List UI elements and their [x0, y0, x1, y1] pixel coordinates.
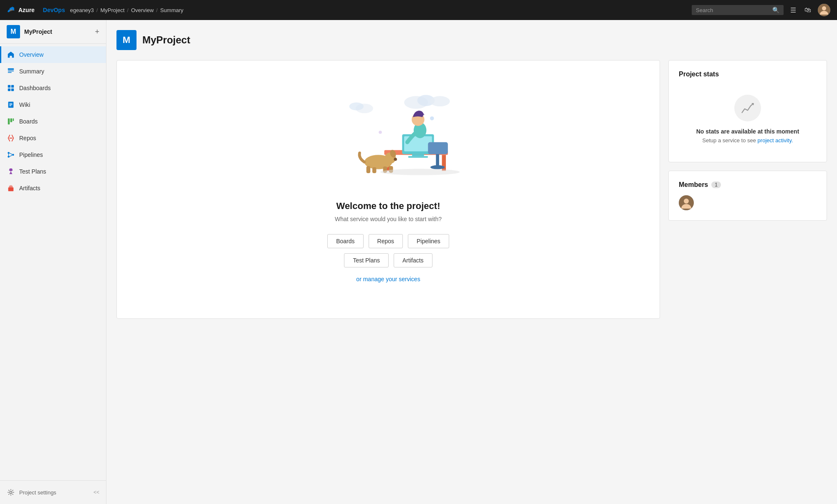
sidebar-item-artifacts[interactable]: Artifacts — [0, 180, 106, 197]
svg-rect-11 — [9, 106, 11, 106]
svg-rect-38 — [408, 156, 428, 158]
artifacts-icon — [7, 184, 15, 192]
svg-point-51 — [394, 158, 397, 161]
stats-chart-icon — [740, 101, 755, 116]
sidebar-item-dashboards[interactable]: Dashboards — [0, 80, 106, 96]
welcome-illustration — [305, 74, 472, 191]
service-buttons-row2: Test Plans Artifacts — [344, 253, 432, 267]
sidebar-item-repos[interactable]: Repos — [0, 130, 106, 146]
sidebar-wiki-label: Wiki — [19, 101, 30, 108]
svg-point-16 — [8, 156, 10, 158]
welcome-subtitle: What service would you like to start wit… — [335, 216, 442, 222]
breadcrumb-sep-3: / — [156, 7, 158, 13]
svg-rect-7 — [8, 88, 10, 91]
pipelines-icon — [7, 151, 15, 159]
svg-rect-21 — [8, 187, 14, 191]
sidebar-header: M MyProject + — [0, 20, 106, 44]
sidebar-repos-label: Repos — [19, 135, 36, 141]
testplans-service-button[interactable]: Test Plans — [344, 253, 389, 267]
repos-service-button[interactable]: Repos — [369, 234, 403, 248]
svg-rect-4 — [8, 72, 12, 73]
sidebar-add-button[interactable]: + — [95, 28, 99, 35]
sidebar-boards-label: Boards — [19, 118, 38, 125]
sidebar-nav: Overview Summary — [0, 44, 106, 480]
members-title: Members — [679, 181, 708, 189]
sidebar-item-testplans[interactable]: Test Plans — [0, 163, 106, 180]
sidebar-footer: Project settings << — [0, 480, 106, 504]
svg-rect-9 — [9, 103, 12, 103]
boards-icon — [7, 117, 15, 126]
logo-azure-text: Azure — [18, 7, 35, 13]
manage-services-link[interactable]: or manage your services — [356, 276, 420, 282]
svg-rect-40 — [436, 154, 439, 166]
member-avatar-1[interactable] — [679, 195, 694, 210]
sidebar-item-boards[interactable]: Boards — [0, 113, 106, 130]
breadcrumb-overview[interactable]: Overview — [131, 7, 154, 13]
svg-rect-12 — [8, 118, 10, 124]
breadcrumb-org[interactable]: egeaney3 — [70, 7, 94, 13]
stats-icon-circle — [734, 95, 761, 121]
svg-point-1 — [822, 6, 826, 10]
topnav-right: 🔍 ☰ 🛍 — [692, 4, 830, 16]
overview-icon — [7, 50, 15, 59]
svg-rect-3 — [8, 71, 14, 71]
svg-rect-6 — [11, 85, 14, 88]
search-icon: 🔍 — [772, 7, 779, 13]
repos-icon — [7, 134, 15, 142]
svg-point-52 — [380, 169, 460, 175]
sidebar-artifacts-label: Artifacts — [19, 185, 40, 192]
svg-rect-13 — [10, 118, 13, 122]
svg-point-24 — [10, 491, 12, 493]
svg-rect-14 — [13, 118, 14, 121]
svg-point-31 — [430, 116, 434, 121]
shopping-bag-icon[interactable]: 🛍 — [803, 5, 813, 15]
svg-point-54 — [684, 199, 689, 204]
list-icon[interactable]: ☰ — [789, 5, 798, 16]
svg-rect-48 — [372, 167, 377, 173]
sidebar-testplans-label: Test Plans — [19, 168, 46, 175]
sidebar-item-overview[interactable]: Overview — [0, 46, 106, 63]
svg-point-27 — [430, 96, 450, 106]
sidebar-collapse-icon[interactable]: << — [94, 489, 99, 495]
page-header: M MyProject — [116, 30, 827, 50]
breadcrumb-project[interactable]: MyProject — [100, 7, 124, 13]
side-cards: Project stats No stats are available at … — [668, 60, 827, 221]
sidebar-item-summary[interactable]: Summary — [0, 63, 106, 80]
search-input[interactable] — [696, 7, 770, 13]
user-avatar-icon — [818, 4, 830, 16]
stats-title: Project stats — [679, 71, 817, 78]
settings-icon — [7, 488, 15, 496]
breadcrumb-sep-2: / — [127, 7, 129, 13]
sidebar-overview-label: Overview — [19, 51, 43, 58]
illustration-svg — [305, 74, 472, 191]
sidebar-pipelines-label: Pipelines — [19, 151, 43, 158]
svg-rect-8 — [11, 88, 14, 91]
boards-service-button[interactable]: Boards — [327, 234, 363, 248]
pipelines-service-button[interactable]: Pipelines — [408, 234, 449, 248]
service-buttons: Boards Repos Pipelines — [327, 234, 449, 248]
sidebar-dashboards-label: Dashboards — [19, 85, 51, 91]
svg-point-17 — [12, 154, 14, 156]
stats-empty-heading: No stats are available at this moment — [696, 128, 799, 135]
breadcrumb-summary: Summary — [160, 7, 184, 13]
dashboards-icon — [7, 84, 15, 92]
svg-rect-39 — [428, 142, 448, 154]
main-content: M MyProject — [106, 20, 837, 504]
stats-empty-sub: Setup a service to see project activity. — [702, 137, 793, 144]
user-avatar[interactable] — [818, 4, 830, 16]
summary-icon — [7, 67, 15, 76]
sidebar-item-pipelines[interactable]: Pipelines — [0, 146, 106, 163]
sidebar-item-wiki[interactable]: Wiki — [0, 96, 106, 113]
svg-rect-37 — [412, 154, 424, 156]
topnav-logo[interactable]: Azure DevOps — [7, 6, 65, 14]
search-box[interactable]: 🔍 — [692, 5, 784, 15]
sidebar-item-settings[interactable]: Project settings << — [0, 484, 106, 501]
page-title: MyProject — [142, 34, 190, 46]
project-activity-link[interactable]: project activity. — [758, 137, 793, 144]
welcome-title: Welcome to the project! — [336, 201, 440, 212]
artifacts-service-button[interactable]: Artifacts — [394, 253, 432, 267]
svg-rect-2 — [8, 68, 14, 70]
svg-point-41 — [430, 165, 445, 169]
svg-point-15 — [8, 152, 10, 154]
svg-point-30 — [379, 131, 382, 134]
